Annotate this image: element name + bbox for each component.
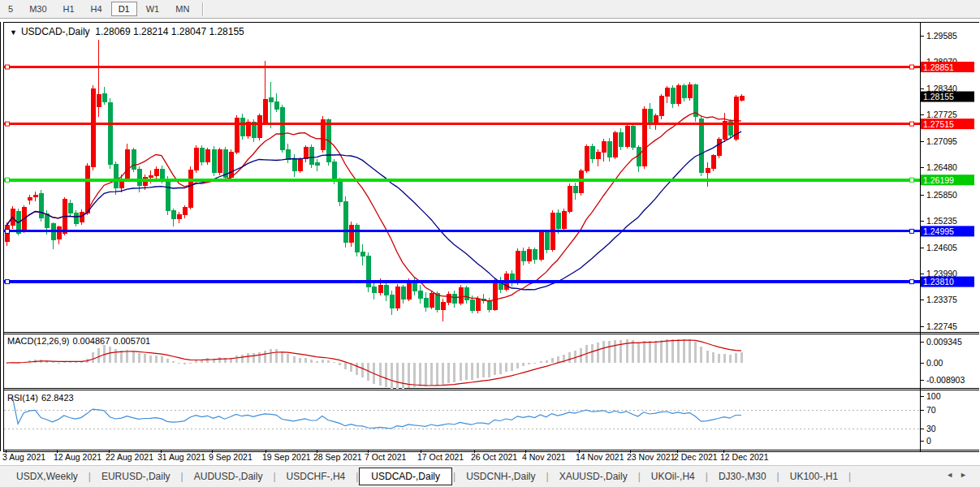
time-tick-label: 4 Nov 2021 bbox=[522, 452, 566, 462]
macd-histogram-bar bbox=[161, 356, 163, 363]
candle-body bbox=[562, 212, 566, 229]
candle-body bbox=[257, 115, 261, 137]
candle-body bbox=[57, 227, 61, 239]
chart-symbol-label: USDCAD-,Daily bbox=[21, 26, 90, 37]
tab-dj30-m30[interactable]: DJ30-,M30 bbox=[709, 468, 776, 485]
candle-body bbox=[424, 298, 428, 308]
macd-histogram-bar bbox=[356, 363, 358, 375]
hline-1.24995[interactable] bbox=[4, 229, 920, 233]
candle-body bbox=[521, 251, 525, 261]
tab-usdcad-daily[interactable]: USDCAD-,Daily bbox=[359, 468, 452, 485]
candle-body bbox=[487, 300, 491, 309]
tab-scroll-right-icon[interactable]: ► bbox=[960, 471, 974, 479]
tab-usdx-weekly[interactable]: USDX,Weekly bbox=[6, 468, 88, 485]
hline-handle[interactable] bbox=[910, 280, 914, 284]
macd-histogram-bar bbox=[310, 360, 313, 363]
macd-histogram-bar bbox=[316, 361, 318, 363]
hline-handle[interactable] bbox=[6, 178, 10, 182]
rsi-tick-label: 100 bbox=[926, 391, 941, 401]
hline-handle[interactable] bbox=[910, 229, 914, 233]
macd-histogram-bar bbox=[689, 339, 691, 363]
macd-indicator-label: MACD(12,26,9)0.0048670.005701 bbox=[7, 336, 153, 346]
hline-handle[interactable] bbox=[910, 65, 914, 69]
tab-eurusd-daily[interactable]: EURUSD-,Daily bbox=[92, 468, 180, 485]
hline-handle[interactable] bbox=[6, 280, 10, 284]
macd-histogram-bar bbox=[367, 363, 369, 381]
macd-histogram-bar bbox=[183, 363, 186, 364]
hline-handle[interactable] bbox=[910, 178, 914, 182]
candle-body bbox=[378, 285, 382, 292]
macd-histogram-bar bbox=[694, 342, 697, 363]
hline-handle[interactable] bbox=[910, 122, 914, 126]
candle-body bbox=[602, 142, 606, 152]
macd-histogram-bar bbox=[253, 353, 255, 363]
macd-histogram-bar bbox=[333, 362, 335, 363]
collapse-ohlc-icon[interactable]: ▼ bbox=[10, 28, 17, 37]
macd-histogram-bar bbox=[144, 354, 146, 363]
macd-histogram-bar bbox=[557, 356, 559, 363]
candle-body bbox=[384, 285, 388, 295]
macd-histogram-bar bbox=[460, 363, 462, 381]
macd-main-value: 0.004867 bbox=[72, 336, 110, 346]
macd-histogram-bar bbox=[568, 352, 571, 363]
candle-body bbox=[298, 159, 302, 171]
hline-1.27515[interactable] bbox=[4, 122, 920, 126]
candle-body bbox=[579, 171, 583, 193]
tab-usdcnh-daily[interactable]: USDCNH-,Daily bbox=[456, 468, 545, 485]
candle-body bbox=[229, 152, 233, 177]
macd-histogram-bar bbox=[671, 339, 674, 363]
candle-body bbox=[166, 179, 170, 211]
rsi-indicator-label: RSI(14)62.8423 bbox=[7, 393, 77, 403]
rsi-tick-label: 0 bbox=[926, 436, 931, 446]
tab-ukoil-h4[interactable]: UKOil-,H4 bbox=[641, 468, 705, 485]
candle-body bbox=[671, 88, 675, 103]
candle-body bbox=[516, 251, 520, 282]
time-tick-label: 31 Aug 2021 bbox=[158, 452, 205, 462]
macd-histogram-bar bbox=[477, 363, 479, 378]
hline-handle[interactable] bbox=[6, 65, 10, 69]
macd-histogram-bar bbox=[413, 363, 416, 387]
price-chart[interactable]: 1.295851.289701.283401.277251.270951.264… bbox=[0, 0, 980, 487]
candle-body bbox=[177, 214, 181, 219]
macd-histogram-bar bbox=[533, 363, 536, 364]
macd-histogram-bar bbox=[677, 339, 680, 363]
candle-body bbox=[102, 93, 106, 101]
candle-body bbox=[74, 213, 78, 224]
symbol-tabbar: USDX,Weekly|EURUSD-,Daily|AUDUSD-,Daily|… bbox=[0, 465, 980, 487]
tab-audusd-daily[interactable]: AUDUSD-,Daily bbox=[184, 468, 273, 485]
macd-histogram-bar bbox=[614, 340, 616, 363]
macd-histogram-bar bbox=[344, 363, 347, 369]
macd-histogram-bar bbox=[591, 344, 594, 363]
macd-histogram-bar bbox=[666, 339, 668, 363]
hline-handle[interactable] bbox=[6, 229, 10, 233]
macd-histogram-bar bbox=[293, 356, 296, 363]
macd-name: MACD(12,26,9) bbox=[7, 336, 69, 346]
time-tick-label: 2 Dec 2021 bbox=[674, 452, 718, 462]
time-tick-label: 28 Sep 2021 bbox=[313, 452, 362, 462]
candle-body bbox=[539, 232, 543, 260]
time-tick-label: 3 Aug 2021 bbox=[2, 452, 45, 462]
macd-histogram-bar bbox=[138, 353, 140, 363]
tab-uk100-h1[interactable]: UK100-,H1 bbox=[780, 468, 848, 485]
macd-histogram-bar bbox=[700, 347, 702, 363]
time-axis[interactable]: 3 Aug 202112 Aug 202122 Aug 202131 Aug 2… bbox=[2, 450, 769, 462]
macd-histogram-bar bbox=[740, 352, 743, 363]
candle-body bbox=[315, 162, 319, 165]
tab-scroll-left-icon[interactable]: ◄ bbox=[946, 471, 960, 479]
candle-body bbox=[545, 232, 549, 250]
candle-body bbox=[332, 162, 336, 180]
hline-1.23810[interactable] bbox=[4, 280, 920, 284]
candle-body bbox=[447, 295, 451, 302]
price-badge-label: 1.26199 bbox=[923, 175, 954, 185]
candle-body bbox=[590, 146, 594, 159]
tab-usdchf-h4[interactable]: USDCHF-,H4 bbox=[277, 468, 356, 485]
hline-handle[interactable] bbox=[6, 122, 10, 126]
tab-xauusd-daily[interactable]: XAUUSD-,Daily bbox=[550, 468, 637, 485]
rsi-tick-label: 70 bbox=[926, 405, 936, 415]
candle-body bbox=[596, 152, 600, 159]
rsi-panel[interactable]: 10070300 bbox=[4, 391, 941, 446]
chart-ohlc-values: 1.28069 1.28214 1.28047 1.28155 bbox=[95, 26, 244, 37]
hline-1.26199[interactable] bbox=[4, 178, 920, 182]
hline-1.28851[interactable] bbox=[4, 65, 920, 69]
macd-histogram-bar bbox=[683, 339, 685, 363]
